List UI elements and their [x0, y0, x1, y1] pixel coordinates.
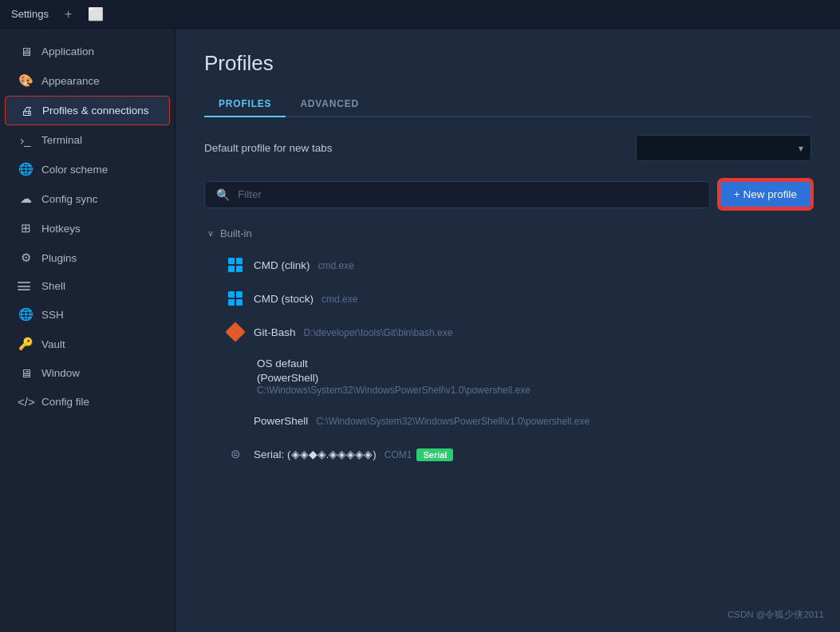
profile-name-main: OS default [257, 357, 308, 371]
profile-name: Git-Bash [254, 326, 296, 338]
profile-item-git-bash[interactable]: Git-Bash D:\developer\tools\Git\bin\bash… [204, 316, 811, 348]
shell-icon [18, 282, 34, 290]
sidebar-item-shell[interactable]: Shell [5, 273, 170, 299]
profile-name: PowerShell [254, 415, 308, 427]
monitor-icon: 🖥 [18, 45, 34, 58]
sidebar-item-label: Config sync [41, 193, 98, 205]
profile-name-sub: (PowerShell) [257, 371, 318, 385]
hotkeys-icon: ⊞ [18, 221, 34, 235]
profile-path: D:\developer\tools\Git\bin\bash.exe [304, 327, 453, 338]
ssh-icon: 🌐 [18, 307, 34, 322]
chevron-down-icon: ∨ [207, 228, 214, 239]
sidebar-item-label: Window [41, 367, 80, 379]
main-content: Profiles PROFILES ADVANCED Default profi… [175, 29, 840, 632]
sidebar-item-label: Vault [41, 338, 65, 350]
title-bar-title: Settings [11, 8, 49, 20]
profile-path: C:\Windows\System32\WindowsPowerShell\v1… [316, 416, 590, 427]
default-profile-row: Default profile for new tabs ▾ [204, 135, 811, 161]
sidebar: 🖥 Application 🎨 Appearance 🖨 Profiles & … [0, 29, 175, 632]
sidebar-item-label: Application [41, 45, 94, 57]
plus-icon[interactable]: + [65, 7, 72, 22]
title-bar: Settings + ⬜ [0, 0, 840, 29]
windows-logo-icon [227, 290, 244, 307]
config-icon: </> [18, 395, 34, 409]
default-profile-label: Default profile for new tabs [204, 142, 333, 154]
sidebar-item-ssh[interactable]: 🌐 SSH [5, 300, 170, 329]
sidebar-item-label: Profiles & connections [42, 105, 149, 117]
sidebar-item-plugins[interactable]: ⚙ Plugins [5, 243, 170, 272]
profile-item-cmd-clink[interactable]: CMD (clink) cmd.exe [204, 249, 811, 281]
profile-path: COM1 [385, 449, 412, 460]
serial-icon: ⊜ [227, 445, 244, 463]
sidebar-item-color-scheme[interactable]: 🌐 Color scheme [5, 155, 170, 184]
new-profile-button[interactable]: + New profile [720, 180, 811, 208]
no-icon [227, 412, 244, 429]
search-box: 🔍 [204, 181, 710, 208]
profile-name: CMD (clink) [254, 259, 310, 271]
windows-logo-icon [227, 256, 244, 274]
search-row: 🔍 + New profile [204, 180, 811, 208]
sidebar-item-config-sync[interactable]: ☁ Config sync [5, 184, 170, 213]
cloud-icon: ☁ [18, 192, 34, 206]
sidebar-item-application[interactable]: 🖥 Application [5, 38, 170, 65]
watermark: CSDN @令狐少侠2011 [728, 609, 824, 621]
palette-icon: 🎨 [18, 73, 34, 88]
git-bash-icon [227, 323, 244, 341]
sidebar-item-label: Terminal [41, 134, 82, 146]
default-profile-select[interactable] [636, 135, 811, 161]
profile-item-powershell[interactable]: PowerShell C:\Windows\System32\WindowsPo… [204, 405, 811, 436]
main-layout: 🖥 Application 🎨 Appearance 🖨 Profiles & … [0, 29, 840, 632]
built-in-section-header[interactable]: ∨ Built-in [204, 223, 811, 244]
terminal-icon: ›_ [18, 133, 34, 147]
page-title: Profiles [204, 51, 811, 76]
sidebar-item-label: Appearance [41, 75, 100, 87]
profile-path: cmd.exe [321, 294, 357, 305]
profile-path: C:\Windows\System32\WindowsPowerShell\v1… [257, 385, 530, 396]
sidebar-item-profiles[interactable]: 🖨 Profiles & connections [5, 96, 170, 125]
window-icon: 🖥 [18, 366, 34, 380]
profile-name: Serial: (◈◈◆◈.◈◈◈◈◈) [254, 448, 377, 460]
serial-badge: Serial [416, 448, 453, 461]
profile-name: CMD (stock) [254, 293, 314, 305]
sidebar-item-appearance[interactable]: 🎨 Appearance [5, 66, 170, 95]
profile-item-cmd-stock[interactable]: CMD (stock) cmd.exe [204, 282, 811, 314]
sidebar-item-label: Plugins [41, 252, 77, 264]
search-icon: 🔍 [216, 188, 230, 201]
tab-profiles[interactable]: PROFILES [204, 92, 286, 117]
sidebar-item-vault[interactable]: 🔑 Vault [5, 330, 170, 358]
no-icon [227, 357, 244, 374]
default-profile-select-wrapper: ▾ [636, 135, 811, 161]
profile-path: cmd.exe [318, 260, 354, 271]
profile-item-os-default[interactable]: OS default (PowerShell) C:\Windows\Syste… [204, 350, 811, 403]
color-icon: 🌐 [18, 162, 34, 176]
sidebar-item-label: Color scheme [41, 164, 108, 176]
tab-icon[interactable]: ⬜ [88, 6, 104, 22]
sidebar-item-config-file[interactable]: </> Config file [5, 388, 170, 416]
filter-input[interactable] [238, 188, 698, 200]
plugins-icon: ⚙ [18, 251, 34, 265]
profiles-icon: 🖨 [18, 104, 34, 117]
sidebar-item-terminal[interactable]: ›_ Terminal [5, 126, 170, 154]
sidebar-item-window[interactable]: 🖥 Window [5, 359, 170, 387]
sidebar-item-label: Shell [41, 280, 65, 292]
built-in-label: Built-in [220, 227, 252, 239]
tab-advanced[interactable]: ADVANCED [286, 92, 373, 117]
tabs-bar: PROFILES ADVANCED [204, 92, 811, 117]
vault-icon: 🔑 [18, 337, 34, 351]
sidebar-item-label: SSH [41, 309, 64, 321]
sidebar-item-label: Hotkeys [41, 223, 81, 235]
sidebar-item-hotkeys[interactable]: ⊞ Hotkeys [5, 214, 170, 243]
profile-item-serial[interactable]: ⊜ Serial: (◈◈◆◈.◈◈◈◈◈) COM1 Serial [204, 438, 811, 470]
sidebar-item-label: Config file [41, 396, 89, 408]
